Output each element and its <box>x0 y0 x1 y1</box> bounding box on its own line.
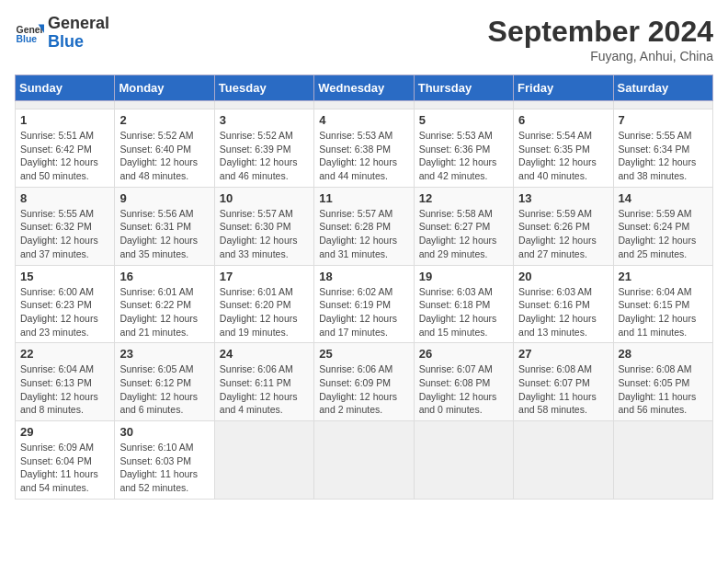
day-number: 13 <box>518 191 608 205</box>
calendar-cell <box>514 421 613 500</box>
day-number: 7 <box>619 113 708 127</box>
day-number: 11 <box>319 191 408 205</box>
day-info: Sunrise: 5:53 AMSunset: 6:38 PMDaylight:… <box>319 129 408 183</box>
day-number: 2 <box>119 113 209 127</box>
calendar-cell: 10Sunrise: 5:57 AMSunset: 6:30 PMDayligh… <box>214 187 313 265</box>
day-info: Sunrise: 6:04 AMSunset: 6:15 PMDaylight:… <box>619 285 708 339</box>
weekday-header-saturday: Saturday <box>613 75 712 101</box>
day-info: Sunrise: 6:08 AMSunset: 6:05 PMDaylight:… <box>619 362 708 417</box>
calendar-cell <box>613 421 712 500</box>
logo-icon: General Blue <box>15 18 44 48</box>
calendar-week-row: 1Sunrise: 5:51 AMSunset: 6:42 PMDaylight… <box>16 109 713 188</box>
weekday-header-wednesday: Wednesday <box>314 75 414 101</box>
svg-text:Blue: Blue <box>17 34 38 44</box>
day-info: Sunrise: 6:01 AMSunset: 6:20 PMDaylight:… <box>220 285 309 339</box>
calendar-cell: 17Sunrise: 6:01 AMSunset: 6:20 PMDayligh… <box>214 265 313 343</box>
calendar-cell: 9Sunrise: 5:56 AMSunset: 6:31 PMDaylight… <box>115 187 214 265</box>
calendar-week-row: 29Sunrise: 6:09 AMSunset: 6:04 PMDayligh… <box>16 421 713 500</box>
day-info: Sunrise: 6:05 AMSunset: 6:12 PMDaylight:… <box>119 362 209 417</box>
title-block: September 2024 Fuyang, Anhui, China <box>488 15 713 63</box>
day-number: 30 <box>119 425 209 439</box>
calendar-cell: 26Sunrise: 6:07 AMSunset: 6:08 PMDayligh… <box>414 343 513 421</box>
calendar-cell: 8Sunrise: 5:55 AMSunset: 6:32 PMDaylight… <box>16 187 115 265</box>
calendar-cell <box>314 421 414 500</box>
logo-text: General Blue <box>48 15 109 52</box>
calendar-cell <box>214 101 313 109</box>
day-number: 6 <box>518 113 608 127</box>
weekday-header-thursday: Thursday <box>414 75 513 101</box>
calendar-week-row: 22Sunrise: 6:04 AMSunset: 6:13 PMDayligh… <box>16 343 713 421</box>
calendar-cell: 24Sunrise: 6:06 AMSunset: 6:11 PMDayligh… <box>214 343 313 421</box>
calendar-cell: 21Sunrise: 6:04 AMSunset: 6:15 PMDayligh… <box>613 265 712 343</box>
calendar-cell: 23Sunrise: 6:05 AMSunset: 6:12 PMDayligh… <box>115 343 214 421</box>
day-number: 17 <box>220 270 309 283</box>
calendar-cell: 11Sunrise: 5:57 AMSunset: 6:28 PMDayligh… <box>314 187 414 265</box>
day-info: Sunrise: 5:53 AMSunset: 6:36 PMDaylight:… <box>419 129 508 183</box>
calendar-cell: 2Sunrise: 5:52 AMSunset: 6:40 PMDaylight… <box>115 109 214 188</box>
calendar-cell: 14Sunrise: 5:59 AMSunset: 6:24 PMDayligh… <box>613 187 712 265</box>
calendar-cell: 7Sunrise: 5:55 AMSunset: 6:34 PMDaylight… <box>613 109 712 188</box>
calendar-cell: 20Sunrise: 6:03 AMSunset: 6:16 PMDayligh… <box>514 265 613 343</box>
day-number: 26 <box>419 347 508 361</box>
calendar-cell <box>314 101 414 109</box>
calendar-cell <box>414 421 513 500</box>
day-number: 22 <box>20 347 109 361</box>
calendar-cell: 12Sunrise: 5:58 AMSunset: 6:27 PMDayligh… <box>414 187 513 265</box>
day-info: Sunrise: 5:58 AMSunset: 6:27 PMDaylight:… <box>419 207 508 261</box>
calendar-cell: 28Sunrise: 6:08 AMSunset: 6:05 PMDayligh… <box>613 343 712 421</box>
calendar-cell: 18Sunrise: 6:02 AMSunset: 6:19 PMDayligh… <box>314 265 414 343</box>
day-number: 20 <box>518 270 608 283</box>
calendar-cell: 4Sunrise: 5:53 AMSunset: 6:38 PMDaylight… <box>314 109 414 188</box>
calendar-table: SundayMondayTuesdayWednesdayThursdayFrid… <box>15 75 713 500</box>
calendar-cell: 3Sunrise: 5:52 AMSunset: 6:39 PMDaylight… <box>214 109 313 188</box>
calendar-cell: 30Sunrise: 6:10 AMSunset: 6:03 PMDayligh… <box>115 421 214 500</box>
day-info: Sunrise: 6:01 AMSunset: 6:22 PMDaylight:… <box>119 285 209 339</box>
weekday-header-sunday: Sunday <box>16 75 115 101</box>
day-info: Sunrise: 5:59 AMSunset: 6:24 PMDaylight:… <box>619 207 708 261</box>
day-info: Sunrise: 5:52 AMSunset: 6:40 PMDaylight:… <box>119 129 209 183</box>
calendar-week-row: 15Sunrise: 6:00 AMSunset: 6:23 PMDayligh… <box>16 265 713 343</box>
day-info: Sunrise: 6:03 AMSunset: 6:16 PMDaylight:… <box>518 285 608 339</box>
day-number: 3 <box>220 113 309 127</box>
weekday-header-monday: Monday <box>115 75 214 101</box>
calendar-cell: 25Sunrise: 6:06 AMSunset: 6:09 PMDayligh… <box>314 343 414 421</box>
day-number: 8 <box>20 191 109 205</box>
day-number: 15 <box>20 270 109 283</box>
day-number: 12 <box>419 191 508 205</box>
day-number: 25 <box>319 347 408 361</box>
day-number: 9 <box>119 191 209 205</box>
calendar-cell: 16Sunrise: 6:01 AMSunset: 6:22 PMDayligh… <box>115 265 214 343</box>
calendar-cell: 15Sunrise: 6:00 AMSunset: 6:23 PMDayligh… <box>16 265 115 343</box>
calendar-cell <box>115 101 214 109</box>
calendar-cell: 29Sunrise: 6:09 AMSunset: 6:04 PMDayligh… <box>16 421 115 500</box>
day-number: 28 <box>619 347 708 361</box>
calendar-cell <box>414 101 513 109</box>
day-number: 24 <box>220 347 309 361</box>
day-info: Sunrise: 6:10 AMSunset: 6:03 PMDaylight:… <box>119 441 209 495</box>
day-info: Sunrise: 6:06 AMSunset: 6:11 PMDaylight:… <box>220 362 309 417</box>
calendar-cell: 1Sunrise: 5:51 AMSunset: 6:42 PMDaylight… <box>16 109 115 188</box>
day-info: Sunrise: 6:00 AMSunset: 6:23 PMDaylight:… <box>20 285 109 339</box>
calendar-week-row: 8Sunrise: 5:55 AMSunset: 6:32 PMDaylight… <box>16 187 713 265</box>
day-info: Sunrise: 6:03 AMSunset: 6:18 PMDaylight:… <box>419 285 508 339</box>
day-number: 21 <box>619 270 708 283</box>
location-subtitle: Fuyang, Anhui, China <box>488 49 713 63</box>
calendar-cell: 13Sunrise: 5:59 AMSunset: 6:26 PMDayligh… <box>514 187 613 265</box>
day-info: Sunrise: 5:54 AMSunset: 6:35 PMDaylight:… <box>518 129 608 183</box>
day-info: Sunrise: 6:07 AMSunset: 6:08 PMDaylight:… <box>419 362 508 417</box>
day-number: 23 <box>119 347 209 361</box>
day-number: 14 <box>619 191 708 205</box>
calendar-cell: 22Sunrise: 6:04 AMSunset: 6:13 PMDayligh… <box>16 343 115 421</box>
logo: General Blue General Blue <box>15 15 109 52</box>
page-header: General Blue General Blue September 2024… <box>15 15 713 63</box>
day-info: Sunrise: 5:57 AMSunset: 6:30 PMDaylight:… <box>220 207 309 261</box>
day-info: Sunrise: 6:04 AMSunset: 6:13 PMDaylight:… <box>20 362 109 417</box>
calendar-cell <box>16 101 115 109</box>
weekday-header-tuesday: Tuesday <box>214 75 313 101</box>
calendar-cell: 27Sunrise: 6:08 AMSunset: 6:07 PMDayligh… <box>514 343 613 421</box>
weekday-header-friday: Friday <box>514 75 613 101</box>
calendar-week-row <box>16 101 713 109</box>
day-info: Sunrise: 6:02 AMSunset: 6:19 PMDaylight:… <box>319 285 408 339</box>
day-info: Sunrise: 5:59 AMSunset: 6:26 PMDaylight:… <box>518 207 608 261</box>
month-title: September 2024 <box>488 15 713 49</box>
